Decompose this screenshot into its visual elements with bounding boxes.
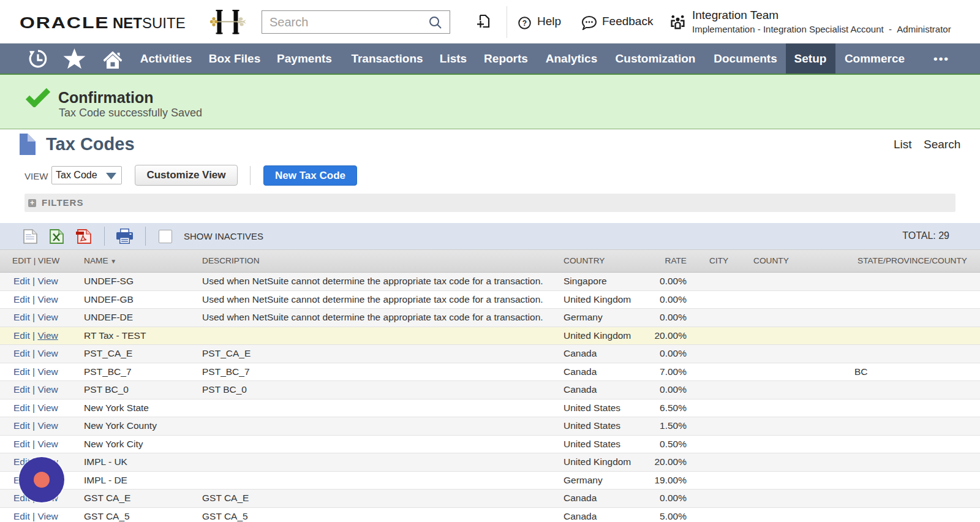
svg-text:?: ?: [522, 19, 527, 28]
